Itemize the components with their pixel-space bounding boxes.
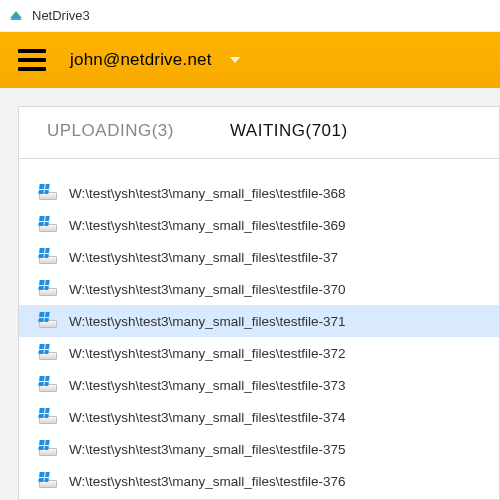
file-path: W:\test\ysh\test3\many_small_files\testf… bbox=[69, 474, 346, 489]
list-item[interactable]: W:\test\ysh\test3\many_small_files\testf… bbox=[19, 209, 499, 241]
list-item[interactable]: W:\test\ysh\test3\many_small_files\testf… bbox=[19, 401, 499, 433]
queue-tabs: UPLOADING(3) WAITING(701) bbox=[19, 107, 499, 159]
list-item[interactable]: W:\test\ysh\test3\many_small_files\testf… bbox=[19, 465, 499, 497]
tab-uploading[interactable]: UPLOADING(3) bbox=[19, 107, 202, 158]
list-item[interactable]: W:\test\ysh\test3\many_small_files\testf… bbox=[19, 241, 499, 273]
file-path: W:\test\ysh\test3\many_small_files\testf… bbox=[69, 410, 346, 425]
tab-uploading-label: UPLOADING(3) bbox=[47, 121, 174, 141]
menu-icon[interactable] bbox=[18, 49, 46, 71]
drive-icon bbox=[39, 474, 57, 488]
drive-icon bbox=[39, 186, 57, 200]
drive-icon bbox=[39, 314, 57, 328]
tab-waiting[interactable]: WAITING(701) bbox=[202, 107, 376, 158]
file-path: W:\test\ysh\test3\many_small_files\testf… bbox=[69, 314, 346, 329]
user-dropdown-caret-icon[interactable] bbox=[230, 57, 240, 63]
tab-waiting-label: WAITING(701) bbox=[230, 121, 348, 141]
list-item[interactable]: W:\test\ysh\test3\many_small_files\testf… bbox=[19, 433, 499, 465]
file-path: W:\test\ysh\test3\many_small_files\testf… bbox=[69, 442, 346, 457]
drive-icon bbox=[39, 346, 57, 360]
drive-icon bbox=[39, 250, 57, 264]
drive-icon bbox=[39, 282, 57, 296]
file-list: W:\test\ysh\test3\many_small_files\testf… bbox=[19, 159, 499, 497]
list-item[interactable]: W:\test\ysh\test3\many_small_files\testf… bbox=[19, 273, 499, 305]
drive-icon bbox=[39, 378, 57, 392]
drive-icon bbox=[39, 218, 57, 232]
list-item[interactable]: W:\test\ysh\test3\many_small_files\testf… bbox=[19, 177, 499, 209]
app-logo-icon bbox=[8, 8, 24, 24]
drive-icon bbox=[39, 442, 57, 456]
list-item[interactable]: W:\test\ysh\test3\many_small_files\testf… bbox=[19, 369, 499, 401]
list-item[interactable]: W:\test\ysh\test3\many_small_files\testf… bbox=[19, 305, 499, 337]
file-path: W:\test\ysh\test3\many_small_files\testf… bbox=[69, 218, 346, 233]
drive-icon bbox=[39, 410, 57, 424]
titlebar: NetDrive3 bbox=[0, 0, 500, 32]
file-path: W:\test\ysh\test3\many_small_files\testf… bbox=[69, 378, 346, 393]
file-path: W:\test\ysh\test3\many_small_files\testf… bbox=[69, 282, 346, 297]
queue-panel: UPLOADING(3) WAITING(701) W:\test\ysh\te… bbox=[18, 106, 500, 500]
file-path: W:\test\ysh\test3\many_small_files\testf… bbox=[69, 346, 346, 361]
window-title: NetDrive3 bbox=[32, 8, 90, 23]
file-path: W:\test\ysh\test3\many_small_files\testf… bbox=[69, 186, 346, 201]
list-item[interactable]: W:\test\ysh\test3\many_small_files\testf… bbox=[19, 337, 499, 369]
file-path: W:\test\ysh\test3\many_small_files\testf… bbox=[69, 250, 338, 265]
content-area: UPLOADING(3) WAITING(701) W:\test\ysh\te… bbox=[0, 88, 500, 500]
user-email: john@netdrive.net bbox=[70, 50, 212, 70]
app-header: john@netdrive.net bbox=[0, 32, 500, 88]
